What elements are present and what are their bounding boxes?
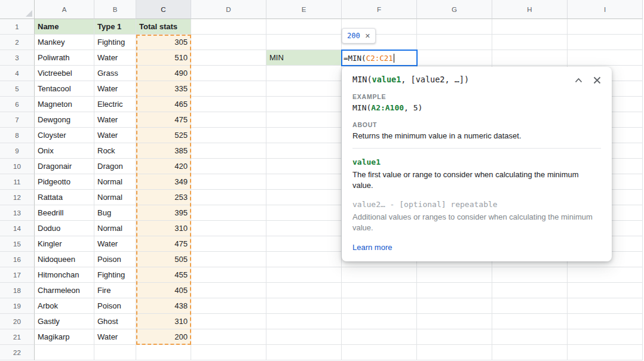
cell-E20[interactable]	[266, 314, 342, 329]
cell-E7[interactable]	[266, 112, 342, 128]
cell-E6[interactable]	[266, 97, 342, 112]
row-header-10[interactable]: 10	[0, 159, 35, 174]
cell-D21[interactable]	[191, 329, 266, 345]
cell-D7[interactable]	[191, 112, 266, 128]
column-header-B[interactable]: B	[94, 0, 136, 19]
cell-I3[interactable]	[568, 50, 643, 66]
cell-A22[interactable]	[35, 345, 94, 360]
cell-E11[interactable]	[266, 174, 342, 190]
cell-D18[interactable]	[191, 283, 266, 298]
row-header-6[interactable]: 6	[0, 97, 35, 112]
cell-E13[interactable]	[266, 205, 342, 221]
column-header-C[interactable]: C	[136, 0, 191, 19]
cell-C18[interactable]: 405	[136, 283, 191, 298]
column-header-A[interactable]: A	[35, 0, 94, 19]
cell-B10[interactable]: Dragon	[94, 159, 136, 174]
cell-A7[interactable]: Dewgong	[35, 112, 94, 128]
cell-A13[interactable]: Beedrill	[35, 205, 94, 221]
cell-A11[interactable]: Pidgeotto	[35, 174, 94, 190]
cell-E18[interactable]	[266, 283, 342, 298]
learn-more-link[interactable]: Learn more	[352, 243, 392, 252]
row-header-15[interactable]: 15	[0, 236, 35, 252]
cell-B7[interactable]: Water	[94, 112, 136, 128]
cell-E1[interactable]	[266, 19, 342, 35]
cell-C2[interactable]: 305	[136, 35, 191, 50]
cell-E15[interactable]	[266, 236, 342, 252]
cell-B17[interactable]: Fighting	[94, 267, 136, 283]
cell-A18[interactable]: Charmeleon	[35, 283, 94, 298]
cell-E14[interactable]	[266, 221, 342, 236]
cell-F22[interactable]	[342, 345, 417, 360]
row-header-19[interactable]: 19	[0, 298, 35, 314]
cell-A9[interactable]: Onix	[35, 143, 94, 159]
cell-C16[interactable]: 505	[136, 252, 191, 267]
cell-B1[interactable]: Type 1	[94, 19, 136, 35]
row-header-8[interactable]: 8	[0, 128, 35, 143]
cell-G21[interactable]	[417, 329, 492, 345]
cell-B19[interactable]: Poison	[94, 298, 136, 314]
row-header-4[interactable]: 4	[0, 66, 35, 81]
cell-D22[interactable]	[191, 345, 266, 360]
cell-A3[interactable]: Poliwrath	[35, 50, 94, 66]
cell-B5[interactable]: Water	[94, 81, 136, 97]
cell-A15[interactable]: Kingler	[35, 236, 94, 252]
cell-A19[interactable]: Arbok	[35, 298, 94, 314]
cell-D10[interactable]	[191, 159, 266, 174]
cell-E2[interactable]	[266, 35, 342, 50]
cell-D19[interactable]	[191, 298, 266, 314]
cell-E9[interactable]	[266, 143, 342, 159]
cell-B8[interactable]: Water	[94, 128, 136, 143]
row-header-13[interactable]: 13	[0, 205, 35, 221]
cell-A21[interactable]: Magikarp	[35, 329, 94, 345]
cell-A5[interactable]: Tentacool	[35, 81, 94, 97]
cell-D14[interactable]	[191, 221, 266, 236]
cell-I18[interactable]	[568, 283, 643, 298]
cell-G22[interactable]	[417, 345, 492, 360]
cell-I20[interactable]	[568, 314, 643, 329]
cell-A12[interactable]: Rattata	[35, 190, 94, 205]
chip-close-icon[interactable]: ✕	[365, 32, 370, 40]
cell-H21[interactable]	[492, 329, 568, 345]
cell-C5[interactable]: 335	[136, 81, 191, 97]
cell-D11[interactable]	[191, 174, 266, 190]
cell-B18[interactable]: Fire	[94, 283, 136, 298]
cell-G20[interactable]	[417, 314, 492, 329]
cell-F20[interactable]	[342, 314, 417, 329]
cell-D16[interactable]	[191, 252, 266, 267]
cell-G3[interactable]	[417, 50, 492, 66]
row-header-16[interactable]: 16	[0, 252, 35, 267]
column-header-D[interactable]: D	[191, 0, 266, 19]
cell-C14[interactable]: 310	[136, 221, 191, 236]
row-header-12[interactable]: 12	[0, 190, 35, 205]
cell-I21[interactable]	[568, 329, 643, 345]
cell-E16[interactable]	[266, 252, 342, 267]
cell-H18[interactable]	[492, 283, 568, 298]
cell-H2[interactable]	[492, 35, 568, 50]
cell-I22[interactable]	[568, 345, 643, 360]
cell-A8[interactable]: Cloyster	[35, 128, 94, 143]
cell-A1[interactable]: Name	[35, 19, 94, 35]
cell-I17[interactable]	[568, 267, 643, 283]
close-icon[interactable]	[593, 76, 601, 84]
row-header-11[interactable]: 11	[0, 174, 35, 190]
cell-B16[interactable]: Poison	[94, 252, 136, 267]
cell-C20[interactable]: 310	[136, 314, 191, 329]
cell-A20[interactable]: Gastly	[35, 314, 94, 329]
column-header-H[interactable]: H	[492, 0, 568, 19]
row-header-18[interactable]: 18	[0, 283, 35, 298]
cell-F19[interactable]	[342, 298, 417, 314]
cell-H22[interactable]	[492, 345, 568, 360]
cell-C17[interactable]: 455	[136, 267, 191, 283]
row-header-2[interactable]: 2	[0, 35, 35, 50]
cell-D17[interactable]	[191, 267, 266, 283]
cell-A16[interactable]: Nidoqueen	[35, 252, 94, 267]
cell-F21[interactable]	[342, 329, 417, 345]
cell-D3[interactable]	[191, 50, 266, 66]
row-header-22[interactable]: 22	[0, 345, 35, 360]
cell-G1[interactable]	[417, 19, 492, 35]
cell-D20[interactable]	[191, 314, 266, 329]
collapse-icon[interactable]	[575, 78, 582, 83]
cell-B6[interactable]: Electric	[94, 97, 136, 112]
cell-I19[interactable]	[568, 298, 643, 314]
cell-B4[interactable]: Grass	[94, 66, 136, 81]
